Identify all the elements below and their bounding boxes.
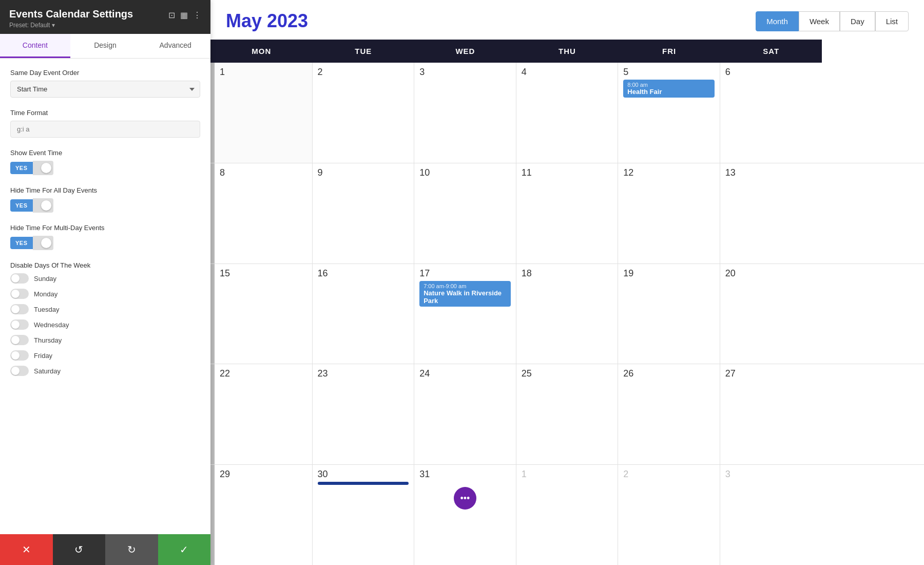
cal-cell-may10[interactable]: 10 (414, 163, 516, 263)
sidebar-tabs: Content Design Advanced (0, 34, 210, 59)
monday-checkbox[interactable] (10, 289, 29, 299)
cal-cell-may13[interactable]: 13 (720, 163, 822, 263)
view-day-button[interactable]: Day (840, 11, 875, 31)
more-icon[interactable]: ⋮ (193, 10, 201, 20)
cal-cell-may20[interactable]: 20 (720, 264, 822, 364)
sidebar-preset[interactable]: Preset: Default ▾ (9, 22, 133, 29)
disable-days-label: Disable Days Of The Week (10, 261, 200, 269)
save-button[interactable]: ✓ (158, 534, 211, 565)
cal-cell-jun3[interactable]: 3 (720, 465, 822, 565)
may30-event[interactable] (318, 482, 409, 485)
show-event-time-field: Show Event Time YES (10, 149, 200, 175)
health-fair-time: 8:00 am (627, 82, 710, 88)
cal-cell-may11[interactable]: 11 (516, 163, 619, 263)
tuesday-checkbox[interactable] (10, 304, 29, 314)
hide-time-multi-day-label: Hide Time For Multi-Day Events (10, 224, 200, 232)
cal-cell-may26[interactable]: 26 (618, 364, 720, 464)
day-header-sat: SAT (720, 40, 822, 63)
friday-checkbox[interactable] (10, 350, 29, 361)
cal-cell-jun1[interactable]: 1 (516, 465, 619, 565)
toggle-yes-btn-2[interactable]: YES (10, 199, 33, 212)
cal-cell-may23[interactable]: 23 (313, 364, 415, 464)
time-format-input[interactable] (10, 121, 200, 138)
date-11: 11 (522, 167, 613, 178)
toggle-switch-3[interactable] (33, 236, 53, 250)
cal-cell-may27[interactable]: 27 (720, 364, 822, 464)
same-day-select[interactable]: Start Time (10, 81, 200, 98)
cal-cell-may25[interactable]: 25 (516, 364, 619, 464)
toggle-yes-btn[interactable]: YES (10, 162, 33, 174)
cal-cell-may18[interactable]: 18 (516, 264, 619, 364)
cal-cell-may1[interactable]: 1 (210, 63, 313, 163)
date-6: 6 (725, 67, 817, 78)
sidebar-header-icons: ⊡ ▦ ⋮ (168, 10, 201, 20)
monday-label: Monday (34, 290, 57, 298)
date-29: 29 (220, 469, 307, 480)
settings-sidebar: Events Calendar Settings Preset: Default… (0, 0, 210, 565)
date-jun2: 2 (623, 469, 715, 480)
cal-cell-may5[interactable]: 5 8:00 am Health Fair (618, 63, 720, 163)
date-13: 13 (725, 167, 817, 178)
nature-walk-event[interactable]: 7:00 am-9:00 am Nature Walk in Riverside… (419, 281, 511, 307)
saturday-checkbox[interactable] (10, 366, 29, 376)
cal-cell-may2[interactable]: 2 (313, 63, 415, 163)
more-events-button[interactable]: ••• (454, 487, 476, 510)
date-24: 24 (419, 368, 511, 379)
view-week-button[interactable]: Week (799, 11, 840, 31)
tab-content[interactable]: Content (0, 34, 70, 58)
show-event-time-toggle[interactable]: YES (10, 161, 200, 175)
cal-cell-may17[interactable]: 17 7:00 am-9:00 am Nature Walk in Rivers… (414, 264, 516, 364)
tab-design[interactable]: Design (70, 34, 141, 58)
cal-cell-may8[interactable]: 8 (210, 163, 313, 263)
cal-cell-jun2[interactable]: 2 (618, 465, 720, 565)
cancel-button[interactable]: ✕ (0, 534, 53, 565)
hide-time-multi-day-toggle[interactable]: YES (10, 236, 200, 250)
date-8: 8 (220, 167, 307, 178)
cal-cell-may6[interactable]: 6 (720, 63, 822, 163)
date-18: 18 (522, 268, 613, 279)
nature-walk-time: 7:00 am-9:00 am (424, 283, 507, 289)
hide-time-all-day-toggle[interactable]: YES (10, 198, 200, 213)
date-23: 23 (318, 368, 409, 379)
cal-cell-may30[interactable]: 30 (313, 465, 415, 565)
cal-cell-may31[interactable]: 31 ••• (414, 465, 516, 565)
resize-icon[interactable]: ⊡ (168, 10, 175, 20)
day-item-friday: Friday (10, 350, 200, 361)
date-2: 2 (318, 67, 409, 78)
calendar-row-4: 22 23 24 25 26 27 (210, 364, 924, 465)
day-item-sunday: Sunday (10, 273, 200, 284)
cal-cell-may3[interactable]: 3 (414, 63, 516, 163)
cal-cell-may24[interactable]: 24 (414, 364, 516, 464)
toggle-switch[interactable] (33, 161, 53, 175)
cal-cell-may12[interactable]: 12 (618, 163, 720, 263)
toggle-switch-2[interactable] (33, 198, 53, 213)
sunday-checkbox[interactable] (10, 273, 29, 284)
cal-cell-may4[interactable]: 4 (516, 63, 619, 163)
thursday-checkbox[interactable] (10, 335, 29, 345)
cal-cell-may22[interactable]: 22 (210, 364, 313, 464)
calendar-row-2: 8 9 10 11 12 13 (210, 163, 924, 264)
wednesday-checkbox[interactable] (10, 319, 29, 330)
hide-time-all-day-field: Hide Time For All Day Events YES (10, 186, 200, 213)
cal-cell-may29[interactable]: 29 (210, 465, 313, 565)
health-fair-event[interactable]: 8:00 am Health Fair (623, 80, 715, 98)
tab-advanced[interactable]: Advanced (140, 34, 210, 58)
date-22: 22 (220, 368, 307, 379)
toggle-yes-btn-3[interactable]: YES (10, 237, 33, 249)
cal-cell-may9[interactable]: 9 (313, 163, 415, 263)
saturday-label: Saturday (34, 367, 61, 375)
grid-icon[interactable]: ▦ (180, 10, 188, 20)
calendar-day-headers: MON TUE WED THU FRI SAT (210, 40, 924, 63)
day-header-tue: TUE (313, 40, 415, 63)
date-31: 31 (419, 469, 511, 480)
toggle-knob-2 (41, 200, 51, 211)
cal-cell-may15[interactable]: 15 (210, 264, 313, 364)
undo-button[interactable]: ↺ (53, 534, 106, 565)
tuesday-label: Tuesday (34, 306, 59, 313)
day-item-wednesday: Wednesday (10, 319, 200, 330)
cal-cell-may19[interactable]: 19 (618, 264, 720, 364)
view-list-button[interactable]: List (875, 11, 909, 31)
cal-cell-may16[interactable]: 16 (313, 264, 415, 364)
view-month-button[interactable]: Month (756, 11, 799, 31)
redo-button[interactable]: ↻ (105, 534, 158, 565)
